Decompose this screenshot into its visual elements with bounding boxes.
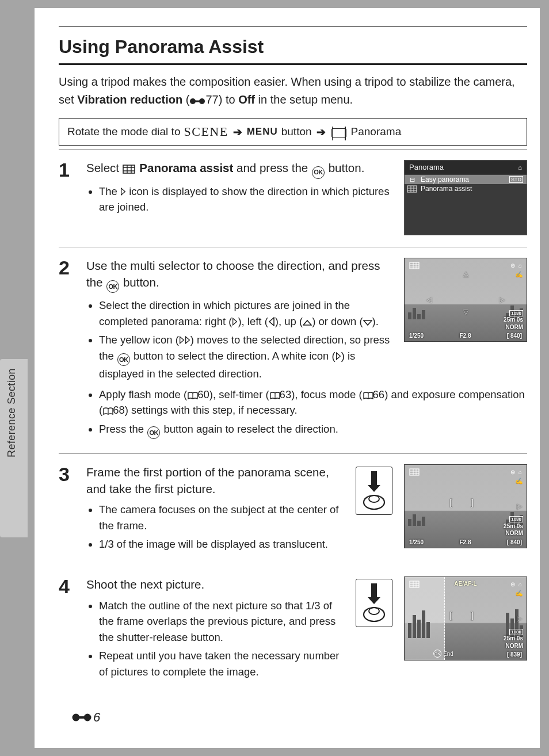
page-content: Using Panorama Assist Using a tripod mak… (35, 8, 540, 748)
bullet: Apply flash mode (60), self-timer (63), … (99, 387, 527, 418)
viewfinder-screenshot: ⊛⌂ △ ▽ ◁ ▷ 108025m 0sNORM 1/250F2.8[ 840… (404, 258, 527, 342)
book-ref-icon (269, 391, 281, 400)
step-heading: Select Panorama assist and press the OK … (86, 160, 392, 179)
triangle-right-icon (232, 317, 238, 326)
triangle-right-icon (336, 352, 341, 361)
ok-button-icon: OK (147, 426, 160, 439)
viewfinder-screenshot: ⊛⌂ AE/AF-L [ ] ▷ 108025m 0sNORM OKEnd [ … (404, 576, 527, 660)
easy-panorama-icon: ⊟ (407, 175, 417, 184)
arrow-right-icon: ▷ (517, 614, 522, 623)
scene-label: SCENE (184, 124, 228, 139)
svg-rect-8 (410, 469, 419, 475)
arrow-down-icon: ▽ (463, 308, 468, 316)
ok-button-icon: OK (106, 280, 119, 293)
panorama-assist-icon (409, 468, 420, 476)
arrow-up-icon: △ (463, 270, 468, 278)
page-title: Using Panorama Assist (59, 27, 527, 63)
step-heading: Frame the first portion of the panorama … (86, 464, 344, 497)
ok-button-icon: OK (117, 353, 130, 366)
step-1: 1 Select Panorama assist and press the O… (59, 149, 527, 243)
advanced-ref-icon (71, 712, 92, 723)
arrow-right-icon: ▷ (500, 296, 505, 304)
panorama-icon (331, 128, 346, 138)
panorama-assist-icon (409, 581, 420, 588)
bullet: The yellow icon () moves to the selected… (99, 332, 392, 381)
bullet: Press the OK button again to reselect th… (99, 421, 527, 439)
bullet: Select the direction in which pictures a… (99, 297, 392, 329)
step-number: 4 (59, 576, 78, 682)
triangle-left-icon (268, 317, 275, 326)
bullet: Match the outline of the next picture so… (99, 598, 344, 645)
intro-paragraph: Using a tripod makes the composition eas… (59, 73, 527, 109)
menu-label: MENU (247, 126, 278, 138)
svg-rect-4 (407, 186, 417, 192)
lcd-menu-item-selected: ⊟ Easy panorama STD (405, 175, 527, 184)
shutter-press-icon (356, 467, 392, 515)
step-number: 3 (59, 464, 78, 555)
viewfinder-screenshot: ⊛⌂ [ ] ▷ 108025m 0sNORM 1/250F2.8[ 840] … (404, 464, 527, 548)
step-heading: Shoot the next picture. (86, 576, 344, 593)
bullet: The camera focuses on the subject at the… (99, 502, 344, 533)
svg-point-14 (84, 714, 92, 721)
arrow-right-icon: ➔ (317, 125, 326, 139)
arrow-right-icon: ➔ (233, 125, 242, 139)
step-3: 3 Frame the first portion of the panoram… (59, 453, 527, 563)
svg-rect-11 (410, 581, 419, 587)
ae-af-lock-label: AE/AF-L (454, 581, 476, 587)
triangle-down-icon (363, 319, 372, 326)
focus-brackets: [ ] (449, 610, 481, 621)
step-heading: Use the multi selector to choose the dir… (86, 258, 392, 293)
triangle-right-icon (120, 187, 126, 196)
lcd-menu-item: Panorama assist (405, 184, 527, 193)
svg-point-10 (369, 608, 379, 614)
bullet: 1/3 of the image will be displayed as tr… (99, 536, 344, 552)
bullet: Repeat until you have taken the necessar… (99, 648, 344, 679)
step-number: 2 (59, 258, 78, 442)
focus-brackets: [ ] (449, 498, 481, 508)
step-number: 1 (59, 160, 78, 235)
ok-button-icon: OK (312, 166, 325, 179)
lcd-menu-screenshot: Panorama⌂ ⊟ Easy panorama STD Panorama a… (404, 160, 527, 235)
side-section-label: Reference Section (6, 368, 18, 457)
bullet: The icon is displayed to show the direct… (99, 184, 392, 215)
book-ref-icon (363, 391, 374, 400)
svg-point-7 (369, 495, 379, 502)
panorama-assist-icon (123, 165, 135, 174)
arrow-left-icon: ◁ (426, 296, 432, 304)
svg-point-2 (199, 98, 205, 104)
step-4: 4 Shoot the next picture. Match the outl… (59, 566, 527, 690)
lcd-title: Panorama⌂ (405, 161, 527, 174)
advanced-ref-icon (189, 97, 205, 106)
panorama-assist-icon (407, 185, 417, 193)
triangle-right-icon (179, 335, 185, 345)
page-number: 6 (93, 710, 100, 725)
arrow-right-icon: ▷ (517, 502, 522, 510)
shutter-press-icon (356, 579, 392, 627)
step-2: 2 Use the multi selector to choose the d… (59, 247, 527, 450)
triangle-up-icon (303, 319, 312, 326)
navigation-path-box: Rotate the mode dial to SCENE ➔ MENU but… (59, 118, 527, 146)
page-footer: 6 (71, 710, 100, 725)
svg-rect-3 (123, 165, 135, 173)
triangle-right-icon (185, 335, 190, 345)
